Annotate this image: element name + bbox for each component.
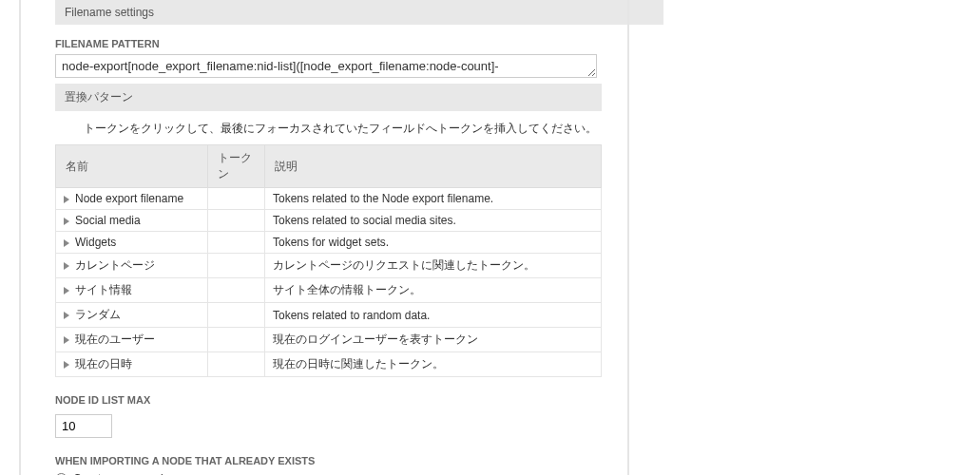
expand-icon[interactable] xyxy=(64,196,69,203)
token-desc: Tokens related to social media sites. xyxy=(265,210,602,232)
table-row[interactable]: カレントページカレントページのリクエストに関連したトークン。 xyxy=(56,254,602,278)
token-name: Social media xyxy=(75,214,141,227)
col-name: 名前 xyxy=(56,145,208,188)
expand-icon[interactable] xyxy=(64,287,69,294)
col-token: トークン xyxy=(208,145,265,188)
token-value xyxy=(208,254,265,278)
token-desc: 現在のログインユーザーを表すトークン xyxy=(265,328,602,352)
expand-icon[interactable] xyxy=(64,218,69,225)
token-desc: Tokens related to the Node export filena… xyxy=(265,188,602,210)
token-name: カレントページ xyxy=(75,258,155,272)
token-name: 現在のユーザー xyxy=(75,332,155,346)
token-desc: Tokens for widget sets. xyxy=(265,232,602,254)
table-row[interactable]: Social mediaTokens related to social med… xyxy=(56,210,602,232)
token-value xyxy=(208,328,265,352)
replacement-patterns-header[interactable]: 置換パターン xyxy=(55,84,602,111)
node-id-list-max-label: Node ID list max xyxy=(55,394,663,406)
expand-icon[interactable] xyxy=(64,239,69,247)
import-existing-label: When importing a node that already exist… xyxy=(55,455,663,466)
table-row[interactable]: 現在のユーザー現在のログインユーザーを表すトークン xyxy=(56,328,602,352)
expand-icon[interactable] xyxy=(64,262,69,270)
token-value xyxy=(208,188,265,210)
token-name: Widgets xyxy=(75,236,116,249)
table-row[interactable]: WidgetsTokens for widget sets. xyxy=(56,232,602,254)
token-name: Node export filename xyxy=(75,192,183,205)
table-row[interactable]: Node export filenameTokens related to th… xyxy=(56,188,602,210)
filename-pattern-input[interactable] xyxy=(55,54,597,78)
col-desc: 説明 xyxy=(265,145,602,188)
table-row[interactable]: サイト情報サイト全体の情報トークン。 xyxy=(56,278,602,303)
expand-icon[interactable] xyxy=(64,361,69,369)
expand-icon[interactable] xyxy=(64,312,69,319)
expand-icon[interactable] xyxy=(64,336,69,344)
token-value xyxy=(208,278,265,303)
token-intro-text: トークンをクリックして、最後にフォーカスされていたフィールドへトークンを挿入して… xyxy=(84,121,663,137)
filename-pattern-label: Filename pattern xyxy=(55,38,663,49)
token-name: ランダム xyxy=(75,308,121,321)
token-desc: 現在の日時に関連したトークン。 xyxy=(265,352,602,377)
token-table: 名前 トークン 説明 Node export filenameTokens re… xyxy=(55,144,602,377)
right-divider xyxy=(627,0,629,475)
token-desc: サイト全体の情報トークン。 xyxy=(265,278,602,303)
token-name: 現在の日時 xyxy=(75,357,132,370)
token-value xyxy=(208,232,265,254)
node-id-list-max-input[interactable] xyxy=(55,414,112,438)
token-value xyxy=(208,210,265,232)
table-row[interactable]: ランダムTokens related to random data. xyxy=(56,303,602,328)
table-row[interactable]: 現在の日時現在の日時に関連したトークン。 xyxy=(56,352,602,377)
left-divider xyxy=(19,0,21,475)
token-value xyxy=(208,303,265,328)
token-desc: カレントページのリクエストに関連したトークン。 xyxy=(265,254,602,278)
filename-settings-header[interactable]: Filename settings xyxy=(55,0,663,25)
token-desc: Tokens related to random data. xyxy=(265,303,602,328)
token-name: サイト情報 xyxy=(75,283,132,296)
token-value xyxy=(208,352,265,377)
